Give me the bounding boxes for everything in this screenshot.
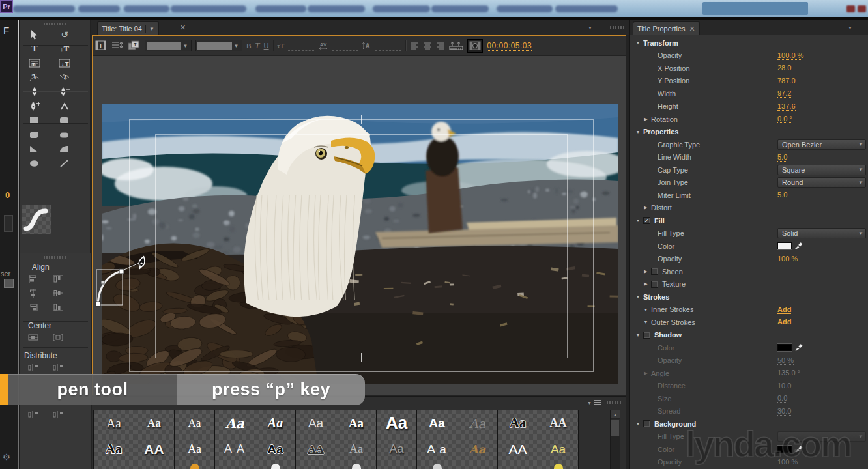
opacity-value[interactable]: 50 % (777, 356, 794, 365)
ellipse-tool[interactable] (25, 157, 44, 170)
miter-limit-value[interactable]: 5.0 (777, 191, 787, 199)
disclosure-triangle[interactable]: ▶ (643, 269, 648, 274)
title-drawing-area[interactable] (93, 56, 626, 395)
distribute-horizontal-left-button[interactable] (28, 363, 44, 373)
path-type-tool[interactable]: T (25, 71, 44, 84)
clipped-corner-rectangle-tool[interactable] (25, 128, 44, 141)
kerning-value[interactable] (332, 44, 358, 51)
rotation-tool[interactable]: ↺ (55, 28, 74, 41)
title-style-swatch[interactable]: Aa (377, 436, 416, 462)
premiere-app-icon[interactable]: Pr (0, 0, 13, 13)
title-style-swatch-partial[interactable] (255, 462, 295, 469)
disclosure-triangle[interactable]: ▼ (635, 218, 641, 223)
align-left-button[interactable] (410, 39, 419, 52)
inner-strokes-add-button[interactable]: Add (777, 306, 791, 314)
title-style-swatch[interactable]: Aa (417, 410, 457, 436)
show-background-video-button[interactable] (467, 39, 483, 53)
templates-icon[interactable]: T (128, 39, 141, 52)
title-style-swatch[interactable]: Aa (215, 410, 255, 436)
background-checkbox[interactable] (643, 420, 650, 427)
title-style-swatch[interactable]: Aa (134, 410, 174, 436)
fill-type-dropdown[interactable]: Solid▼ (777, 228, 866, 238)
scroll-up-icon[interactable]: ▲ (611, 410, 620, 418)
disclosure-triangle[interactable]: ▼ (635, 333, 641, 337)
title-style-swatch-partial[interactable] (175, 462, 214, 469)
disclosure-triangle[interactable]: ▶ (643, 281, 648, 287)
align-vertical-bottom-button[interactable] (53, 303, 68, 313)
title-style-swatch[interactable]: Aa (538, 436, 578, 462)
panel-grip[interactable] (44, 23, 67, 25)
eyedropper-icon[interactable] (794, 242, 803, 251)
disclosure-triangle[interactable]: ▼ (643, 307, 648, 312)
align-horizontal-left-button[interactable] (28, 274, 44, 285)
wedge-tool[interactable] (25, 143, 44, 156)
title-style-swatch[interactable]: A a (417, 436, 457, 462)
title-style-swatch[interactable]: Aa (255, 410, 295, 436)
properties-panel-menu-icon[interactable]: ▼ (848, 25, 862, 31)
width-value[interactable]: 97.2 (777, 89, 791, 98)
title-style-swatch-partial[interactable] (134, 462, 174, 469)
title-style-swatch-partial[interactable] (336, 462, 376, 469)
close-window-button[interactable] (858, 5, 866, 12)
anchor-point[interactable] (96, 302, 100, 306)
align-right-button[interactable] (436, 39, 445, 52)
title-style-swatch-partial[interactable] (498, 462, 538, 469)
cap-type-dropdown[interactable]: Square▼ (777, 165, 866, 175)
shadow-checkbox[interactable] (643, 332, 650, 339)
font-style-select[interactable]: ▼ (195, 40, 242, 51)
title-style-swatch[interactable]: Aa (94, 436, 134, 462)
align-horizontal-center-button[interactable] (28, 289, 44, 299)
title-style-swatch[interactable]: Aa (94, 410, 134, 436)
x-position-value[interactable]: 28.0 (777, 64, 791, 72)
color-color-swatch[interactable] (777, 344, 792, 351)
vertical-path-type-tool[interactable]: T (55, 71, 74, 84)
current-style-preview[interactable] (22, 205, 51, 234)
distribute-vertical-center-button[interactable] (53, 410, 68, 420)
title-style-swatch[interactable]: AA (134, 436, 174, 462)
outer-strokes-add-button[interactable]: Add (777, 318, 791, 326)
disclosure-triangle[interactable]: ▼ (635, 294, 641, 299)
properties-tab-close-icon[interactable]: ✕ (689, 25, 695, 33)
tab-close-icon[interactable]: ✕ (180, 23, 186, 32)
arc-tool[interactable] (55, 143, 74, 156)
spread-value[interactable]: 30.0 (777, 407, 791, 416)
pen-tool[interactable] (25, 85, 44, 98)
eyedropper-icon[interactable] (794, 343, 803, 352)
distribute-vertical-top-button[interactable] (53, 363, 68, 373)
line-width-value[interactable]: 5.0 (777, 153, 787, 162)
tab-dropdown-icon[interactable]: ▼ (149, 26, 154, 32)
title-style-swatch-partial[interactable] (296, 462, 336, 469)
tab-stops-icon[interactable] (449, 39, 463, 52)
opacity-value[interactable]: 100 % (777, 458, 798, 466)
titler-tab[interactable]: Title: Title 04 ▼ (97, 21, 159, 35)
bold-button[interactable]: B (246, 39, 251, 52)
vertical-area-type-tool[interactable]: ↓T (55, 57, 74, 70)
center-horizontal-button[interactable] (53, 333, 68, 343)
add-anchor-point-tool[interactable] (25, 100, 44, 113)
align-center-button[interactable] (423, 39, 432, 52)
eyedropper-icon[interactable] (794, 445, 803, 454)
angle-value[interactable]: 135.0 ° (777, 369, 800, 377)
kerning-icon[interactable]: AV (318, 39, 328, 52)
title-style-swatch[interactable]: AA (498, 436, 538, 462)
panel-grip[interactable] (44, 256, 67, 259)
line-tool[interactable] (55, 157, 74, 170)
distribute-horizontal-center-button[interactable] (28, 410, 44, 420)
bezier-handle[interactable] (101, 281, 104, 284)
disclosure-triangle[interactable]: ▼ (643, 320, 648, 324)
title-style-swatch-partial[interactable] (538, 462, 578, 469)
distance-value[interactable]: 10.0 (777, 382, 791, 390)
color-color-swatch[interactable] (777, 446, 792, 453)
panel-menu-icon[interactable]: ▼ (588, 25, 602, 31)
title-style-swatch-partial[interactable] (215, 462, 255, 469)
styles-scrollbar[interactable]: ▲ (610, 410, 620, 469)
title-style-swatch[interactable]: AA (296, 436, 336, 462)
type-tool[interactable]: T (25, 42, 44, 55)
align-vertical-center-button[interactable] (53, 289, 68, 299)
title-style-swatch[interactable]: Aa (296, 410, 336, 436)
title-style-swatch[interactable]: Aa (336, 410, 376, 436)
title-style-swatch[interactable]: AA (538, 410, 578, 436)
center-vertical-button[interactable] (28, 333, 44, 343)
title-style-swatch[interactable]: Aa (457, 436, 497, 462)
new-title-icon[interactable]: T (95, 39, 107, 52)
